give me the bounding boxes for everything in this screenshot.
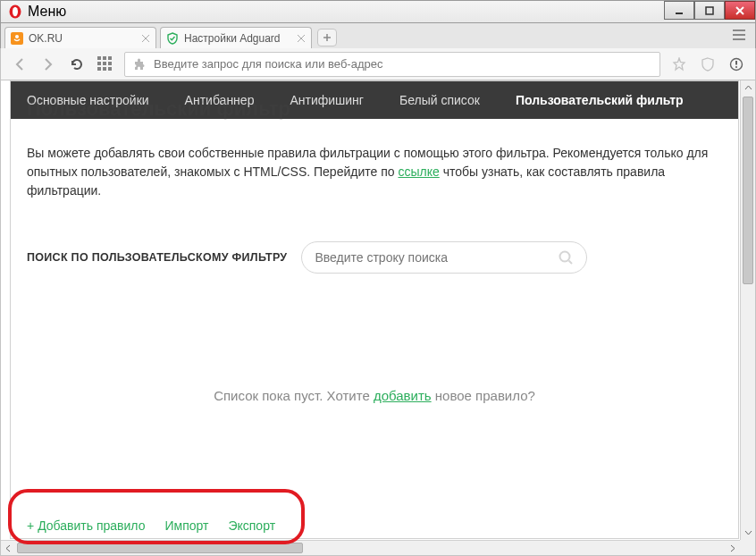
- export-button[interactable]: Экспорт: [228, 518, 275, 533]
- scroll-up-arrow[interactable]: [741, 80, 755, 96]
- rules-help-link[interactable]: ссылке: [398, 164, 439, 179]
- favicon-ok-icon: [11, 32, 23, 45]
- forward-button[interactable]: [38, 55, 58, 74]
- empty-state: Список пока пуст. Хотите добавить новое …: [11, 290, 738, 457]
- url-input[interactable]: [154, 57, 659, 71]
- svg-point-19: [735, 65, 737, 67]
- svg-rect-18: [735, 61, 737, 65]
- tab-strip: OK.RU Настройки Adguard: [0, 23, 756, 48]
- extension-icon: [132, 57, 147, 72]
- page-description: Вы можете добавлять свои собственные пра…: [11, 119, 738, 209]
- tab-adguard[interactable]: Настройки Adguard: [160, 27, 312, 48]
- nav-antiphishing[interactable]: Антифишинг: [290, 93, 364, 107]
- vscroll-thumb[interactable]: [743, 97, 753, 284]
- filter-search-box[interactable]: [301, 241, 587, 274]
- vertical-scrollbar[interactable]: [740, 80, 755, 540]
- bookmark-button[interactable]: [669, 55, 689, 74]
- window-maximize-button[interactable]: [694, 1, 725, 20]
- filter-search-label: ПОИСК ПО ПОЛЬЗОВАТЕЛЬСКОМУ ФИЛЬТРУ: [27, 251, 287, 264]
- filter-actions: +Добавить правило Импорт Экспорт: [27, 518, 275, 533]
- filter-search-input[interactable]: [315, 250, 558, 265]
- scroll-corner: [740, 540, 755, 555]
- tab-close-icon[interactable]: [141, 34, 150, 43]
- window-close-button[interactable]: [725, 1, 755, 20]
- address-bar[interactable]: [124, 52, 660, 77]
- window-minimize-button[interactable]: [664, 1, 694, 20]
- empty-add-link[interactable]: добавить: [374, 388, 432, 403]
- tab-close-icon[interactable]: [297, 34, 306, 43]
- page-content: Основные настройки Антибаннер Антифишинг…: [10, 80, 739, 539]
- svg-point-20: [560, 252, 570, 262]
- nav-userfilter[interactable]: Пользовательский фильтр: [516, 93, 684, 107]
- hscroll-thumb[interactable]: [17, 543, 303, 553]
- new-tab-button[interactable]: [317, 29, 337, 46]
- nav-whitelist[interactable]: Белый список: [399, 93, 480, 107]
- opera-menu-button[interactable]: [727, 55, 746, 74]
- adguard-toolbar-icon[interactable]: [698, 55, 718, 74]
- scroll-left-arrow[interactable]: [1, 541, 16, 555]
- menu-label[interactable]: Меню: [28, 4, 66, 20]
- import-button[interactable]: Импорт: [164, 518, 208, 533]
- content-viewport: Основные настройки Антибаннер Антифишинг…: [0, 80, 756, 556]
- speed-dial-button[interactable]: [96, 55, 115, 74]
- tab-okru[interactable]: OK.RU: [4, 27, 156, 48]
- back-button[interactable]: [10, 55, 29, 74]
- plus-icon: +: [27, 518, 34, 533]
- horizontal-scrollbar[interactable]: [1, 540, 740, 555]
- browser-toolbar: [0, 48, 756, 80]
- panels-icon[interactable]: [732, 29, 746, 41]
- svg-point-7: [15, 35, 19, 38]
- tab-title: OK.RU: [29, 32, 136, 45]
- nav-general[interactable]: Основные настройки: [27, 93, 149, 107]
- svg-line-21: [569, 261, 573, 265]
- window-titlebar: Меню: [0, 0, 756, 23]
- svg-rect-3: [706, 7, 713, 14]
- reload-button[interactable]: [67, 55, 87, 74]
- favicon-shield-icon: [166, 32, 179, 45]
- search-icon: [558, 249, 574, 265]
- tab-title: Настройки Adguard: [184, 32, 291, 45]
- opera-icon: [8, 4, 22, 19]
- scroll-down-arrow[interactable]: [741, 525, 755, 540]
- add-rule-button[interactable]: +Добавить правило: [27, 518, 145, 533]
- nav-antibanner[interactable]: Антибаннер: [185, 93, 255, 107]
- adguard-nav: Основные настройки Антибаннер Антифишинг…: [11, 81, 738, 119]
- scroll-right-arrow[interactable]: [725, 541, 740, 555]
- svg-point-1: [13, 7, 18, 16]
